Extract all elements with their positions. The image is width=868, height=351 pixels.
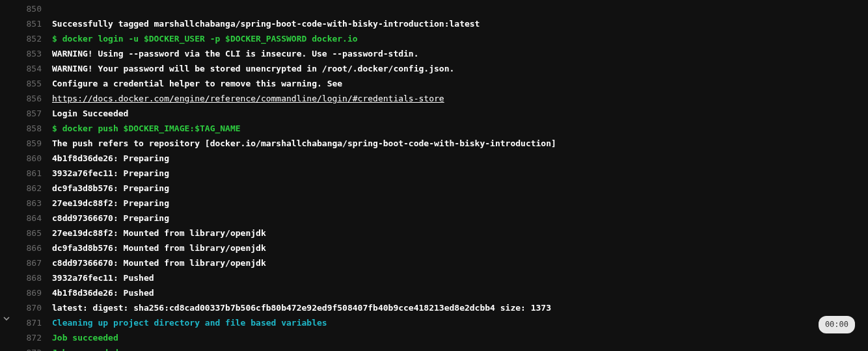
log-text: Cleaning up project directory and file b… — [47, 315, 868, 330]
log-text: latest: digest: sha256:cd8cad00337b7b506… — [47, 300, 868, 315]
log-line: 8613932a76fec11: Preparing — [0, 166, 868, 181]
line-number[interactable]: 857 — [13, 106, 47, 121]
line-number[interactable]: 852 — [13, 31, 47, 46]
log-line: 873Job succeeded — [0, 345, 868, 351]
log-line: 853WARNING! Using --password via the CLI… — [0, 46, 868, 61]
log-line: 86527ee19dc88f2: Mounted from library/op… — [0, 226, 868, 240]
log-text: dc9fa3d8b576: Preparing — [47, 181, 868, 196]
log-text: WARNING! Your password will be stored un… — [47, 61, 868, 76]
line-number[interactable]: 870 — [13, 300, 47, 315]
log-text: Configure a credential helper to remove … — [47, 76, 868, 91]
log-line: 872Job succeeded — [0, 330, 868, 345]
log-line: 867c8dd97366670: Mounted from library/op… — [0, 255, 868, 270]
line-number[interactable]: 855 — [13, 76, 47, 91]
log-text: 4b1f8d36de26: Pushed — [47, 285, 868, 300]
log-line: 852$ docker login -u $DOCKER_USER -p $DO… — [0, 31, 868, 46]
log-text: The push refers to repository [docker.io… — [47, 136, 868, 151]
log-line: 855Configure a credential helper to remo… — [0, 76, 868, 91]
log-text: 27ee19dc88f2: Mounted from library/openj… — [47, 226, 868, 240]
line-number[interactable]: 871 — [13, 315, 47, 330]
log-text: $ docker login -u $DOCKER_USER -p $DOCKE… — [47, 31, 868, 46]
line-number[interactable]: 863 — [13, 196, 47, 211]
log-text: WARNING! Using --password via the CLI is… — [47, 46, 868, 61]
log-line: 857Login Succeeded — [0, 106, 868, 121]
line-number[interactable]: 853 — [13, 46, 47, 61]
log-line: 850 — [0, 1, 868, 16]
log-text: dc9fa3d8b576: Mounted from library/openj… — [47, 240, 868, 255]
line-number[interactable]: 869 — [13, 285, 47, 300]
log-line: 8694b1f8d36de26: Pushed — [0, 285, 868, 300]
log-line: 859The push refers to repository [docker… — [0, 136, 868, 151]
log-line: 862dc9fa3d8b576: Preparing — [0, 181, 868, 196]
log-line: 870latest: digest: sha256:cd8cad00337b7b… — [0, 300, 868, 315]
line-number[interactable]: 865 — [13, 226, 47, 240]
line-number[interactable]: 856 — [13, 91, 47, 106]
line-number[interactable]: 854 — [13, 61, 47, 76]
line-number[interactable]: 864 — [13, 211, 47, 226]
log-line: 866dc9fa3d8b576: Mounted from library/op… — [0, 240, 868, 255]
log-line: 8604b1f8d36de26: Preparing — [0, 151, 868, 166]
chevron-down-icon[interactable] — [0, 315, 13, 322]
log-text: Login Succeeded — [47, 106, 868, 121]
line-number[interactable]: 860 — [13, 151, 47, 166]
line-number[interactable]: 867 — [13, 255, 47, 270]
log-text: $ docker push $DOCKER_IMAGE:$TAG_NAME — [47, 121, 868, 136]
log-line: 86327ee19dc88f2: Preparing — [0, 196, 868, 211]
log-text: 3932a76fec11: Preparing — [47, 166, 868, 181]
log-text: c8dd97366670: Preparing — [47, 211, 868, 226]
line-number[interactable]: 861 — [13, 166, 47, 181]
log-text: Successfully tagged marshallchabanga/spr… — [47, 16, 868, 31]
line-number[interactable]: 850 — [13, 1, 47, 16]
log-text: c8dd97366670: Mounted from library/openj… — [47, 255, 868, 270]
log-text: Job succeeded — [47, 345, 868, 351]
line-number[interactable]: 873 — [13, 345, 47, 351]
line-number[interactable]: 866 — [13, 240, 47, 255]
log-line: 864c8dd97366670: Preparing — [0, 211, 868, 226]
log-text: https://docs.docker.com/engine/reference… — [47, 91, 868, 106]
log-output: 850851Successfully tagged marshallchaban… — [0, 1, 868, 351]
line-number[interactable]: 851 — [13, 16, 47, 31]
log-line: 871Cleaning up project directory and fil… — [0, 315, 868, 330]
line-number[interactable]: 872 — [13, 330, 47, 345]
log-line: 858$ docker push $DOCKER_IMAGE:$TAG_NAME — [0, 121, 868, 136]
line-number[interactable]: 858 — [13, 121, 47, 136]
line-number[interactable]: 862 — [13, 181, 47, 196]
log-line: 851Successfully tagged marshallchabanga/… — [0, 16, 868, 31]
log-text: 4b1f8d36de26: Preparing — [47, 151, 868, 166]
line-number[interactable]: 859 — [13, 136, 47, 151]
log-text: Job succeeded — [47, 330, 868, 345]
log-text: 27ee19dc88f2: Preparing — [47, 196, 868, 211]
log-text: 3932a76fec11: Pushed — [47, 270, 868, 285]
line-number[interactable]: 868 — [13, 270, 47, 285]
log-line: 856https://docs.docker.com/engine/refere… — [0, 91, 868, 106]
log-line: 854WARNING! Your password will be stored… — [0, 61, 868, 76]
log-line: 8683932a76fec11: Pushed — [0, 270, 868, 285]
